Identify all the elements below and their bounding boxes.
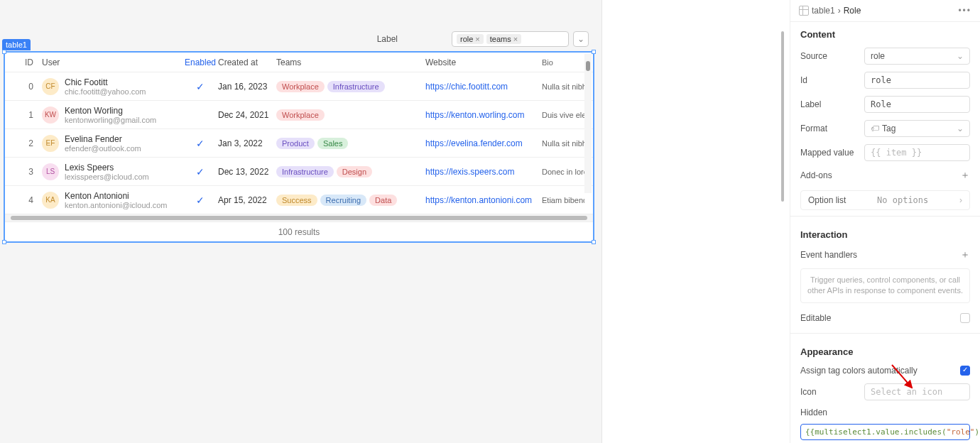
icon-select[interactable]: Select an icon <box>864 383 970 400</box>
more-menu-icon[interactable]: ••• <box>958 6 971 16</box>
cell-bio: Etiam bibendu <box>542 196 584 204</box>
chevron-right-icon: › <box>838 6 841 16</box>
id-input[interactable]: role <box>864 72 970 89</box>
avatar: KA <box>42 192 59 209</box>
close-icon[interactable]: × <box>475 35 479 43</box>
event-help-text: Trigger queries, control components, or … <box>800 268 970 303</box>
cell-bio: Nulla sit nibh at a <box>542 139 584 148</box>
cell-bio: Donec in lorem a c <box>542 168 584 176</box>
avatar: CF <box>42 78 59 95</box>
option-list-row[interactable]: Option list No options › <box>800 190 970 210</box>
col-enabled[interactable]: Enabled <box>183 58 218 67</box>
cell-teams: InfrastructureDesign <box>276 166 425 177</box>
tag-icon: 🏷 <box>871 124 879 133</box>
cell-created: Jan 16, 2023 <box>218 82 276 92</box>
cell-user: LS Lexis Speerslexisspeers@icloud.com <box>40 163 183 181</box>
team-tag: Success <box>276 195 317 206</box>
source-label: Source <box>800 51 864 61</box>
col-user[interactable]: User <box>40 58 183 67</box>
addons-label: Add-ons <box>800 170 832 180</box>
table-row[interactable]: 4 KA Kenton Antonionikenton.antonioni@ic… <box>5 186 593 214</box>
table-row[interactable]: 3 LS Lexis Speerslexisspeers@icloud.com … <box>5 158 593 186</box>
hidden-label: Hidden <box>800 408 864 417</box>
scrollbar-vertical[interactable] <box>584 54 592 193</box>
website-link[interactable]: https://kenton.antonioni.com <box>425 195 532 205</box>
website-link[interactable]: https://chic.footitt.com <box>425 82 508 92</box>
website-link[interactable]: https://kenton.worling.com <box>425 110 524 120</box>
website-link[interactable]: https://evelina.fender.com <box>425 138 523 148</box>
chip-role[interactable]: role× <box>457 34 484 44</box>
section-appearance-title: Appearance <box>790 339 980 361</box>
id-label: Id <box>800 75 864 85</box>
label-input[interactable]: Role <box>864 96 970 113</box>
cell-id: 0 <box>5 82 40 92</box>
website-link[interactable]: https://lexis.speers.com <box>425 167 514 177</box>
editable-checkbox[interactable] <box>960 313 970 323</box>
cell-created: Apr 15, 2022 <box>218 195 276 205</box>
filter-label: Label <box>377 34 398 44</box>
auto-colors-checkbox[interactable] <box>960 366 970 376</box>
icon-label: Icon <box>800 387 864 397</box>
cell-website: https://lexis.speers.com <box>425 167 542 177</box>
chevron-right-icon: › <box>959 195 962 205</box>
check-icon: ✓ <box>196 138 205 149</box>
cell-enabled: ✓ <box>183 166 218 177</box>
cell-created: Dec 24, 2021 <box>218 110 276 120</box>
table-component[interactable]: ID User Enabled Created at Teams Website… <box>4 51 594 243</box>
mapped-input[interactable]: {{ item }} <box>864 144 970 161</box>
resize-handle[interactable] <box>592 50 596 54</box>
table-row[interactable]: 0 CF Chic Footittchic.footitt@yahoo.com … <box>5 72 593 101</box>
resize-handle[interactable] <box>592 240 596 244</box>
scrollbar-horizontal[interactable] <box>5 214 593 222</box>
cell-bio: Nulla sit nibh at a <box>542 82 584 91</box>
col-website[interactable]: Website <box>425 58 542 67</box>
cell-id: 4 <box>5 195 40 205</box>
breadcrumb-current: Role <box>844 6 861 16</box>
col-created[interactable]: Created at <box>218 58 276 67</box>
team-tag: Design <box>337 166 372 177</box>
cell-created: Jan 3, 2022 <box>218 138 276 148</box>
editable-label: Editable <box>800 313 831 323</box>
check-icon: ✓ <box>196 81 205 92</box>
section-interaction-title: Interaction <box>790 222 980 244</box>
table-icon <box>799 6 809 16</box>
cell-created: Dec 13, 2022 <box>218 167 276 177</box>
dropdown-button[interactable]: ⌄ <box>573 31 589 47</box>
filter-row: Label role× teams× ⌄ <box>4 28 594 50</box>
cell-user: KA Kenton Antonionikenton.antonioni@iclo… <box>40 191 183 209</box>
cell-teams: Workplace <box>276 109 425 121</box>
right-gutter <box>601 0 786 443</box>
resize-handle[interactable] <box>2 240 6 244</box>
breadcrumb-parent[interactable]: table1 <box>812 6 835 16</box>
format-label: Format <box>800 124 864 133</box>
add-event-handler-button[interactable]: ＋ <box>960 248 970 261</box>
table-row[interactable]: 2 EF Evelina Fenderefender@outlook.com ✓… <box>5 129 593 158</box>
cell-id: 1 <box>5 110 40 120</box>
team-tag: Infrastructure <box>276 166 334 177</box>
table-footer: 100 results <box>5 222 593 241</box>
team-tag: Recruiting <box>320 195 367 206</box>
cell-user: KW Kenton Worlingkentonworling@gmail.com <box>40 106 183 124</box>
cell-enabled: ✓ <box>183 138 218 149</box>
breadcrumb[interactable]: table1 › Role <box>799 6 861 16</box>
col-id[interactable]: ID <box>5 58 40 67</box>
source-select[interactable]: role⌄ <box>864 48 970 65</box>
col-bio[interactable]: Bio <box>542 58 584 67</box>
inspector-panel: table1 › Role ••• Content Source role⌄ I… <box>790 0 980 443</box>
multiselect-input[interactable]: role× teams× <box>452 31 569 47</box>
close-icon[interactable]: × <box>513 35 518 43</box>
team-tag: Workplace <box>276 109 325 121</box>
add-addon-button[interactable]: ＋ <box>960 169 970 182</box>
avatar: EF <box>42 135 59 152</box>
table-header: ID User Enabled Created at Teams Website… <box>5 53 593 72</box>
resize-handle[interactable] <box>2 50 6 54</box>
chip-teams[interactable]: teams× <box>486 34 521 44</box>
avatar: LS <box>42 163 59 180</box>
scrollbar-gutter[interactable] <box>781 31 784 202</box>
table-row[interactable]: 1 KW Kenton Worlingkentonworling@gmail.c… <box>5 101 593 129</box>
option-list-label: Option list <box>808 195 846 205</box>
col-teams[interactable]: Teams <box>276 58 425 67</box>
hidden-code-input[interactable]: {{multiselect1.value.includes("role")}} … <box>800 424 970 440</box>
cell-website: https://kenton.antonioni.com <box>425 195 542 205</box>
format-select[interactable]: 🏷Tag⌄ <box>864 120 970 137</box>
